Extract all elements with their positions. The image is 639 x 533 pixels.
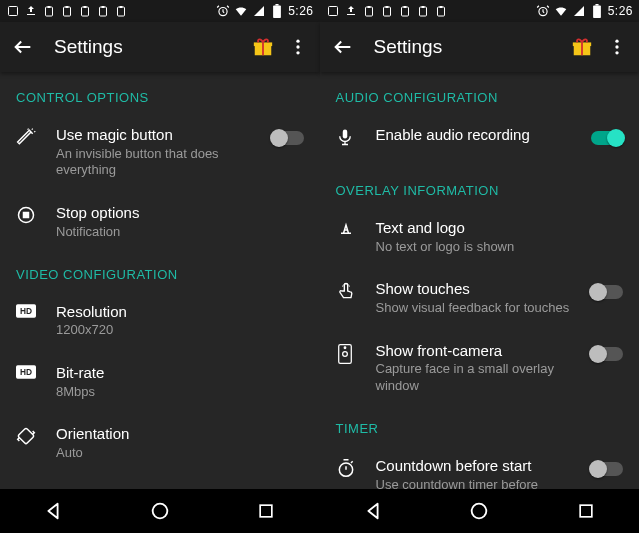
svg-rect-26 xyxy=(18,428,34,444)
stop-icon xyxy=(16,205,36,225)
svg-rect-39 xyxy=(437,7,444,16)
screenshot-icon xyxy=(6,4,20,18)
app-bar: Settings xyxy=(0,22,320,72)
wand-icon xyxy=(16,127,36,147)
row-orientation[interactable]: Orientation Auto xyxy=(0,412,320,473)
toggle-front-camera[interactable] xyxy=(591,347,623,361)
row-countdown[interactable]: Countdown before start Use countdown tim… xyxy=(320,444,640,489)
svg-point-28 xyxy=(152,504,167,519)
status-bar: 5:26 xyxy=(0,0,320,22)
svg-rect-36 xyxy=(403,6,406,8)
gift-button[interactable] xyxy=(252,36,274,58)
gift-button[interactable] xyxy=(571,36,593,58)
svg-rect-34 xyxy=(385,6,388,8)
clipboard-icon xyxy=(434,4,448,18)
overflow-button[interactable] xyxy=(288,37,308,57)
svg-point-54 xyxy=(339,463,352,476)
svg-rect-21 xyxy=(24,213,29,218)
svg-rect-6 xyxy=(84,6,87,8)
row-show-touches[interactable]: Show touches Show visual feedback for to… xyxy=(320,267,640,328)
back-button[interactable] xyxy=(332,36,354,58)
row-title: Resolution xyxy=(56,302,304,322)
svg-rect-42 xyxy=(593,6,601,18)
svg-rect-3 xyxy=(64,7,71,16)
toggle-countdown[interactable] xyxy=(591,462,623,476)
clipboard-icon xyxy=(78,4,92,18)
nav-recent[interactable] xyxy=(556,501,616,521)
hd-icon: HD xyxy=(16,365,36,379)
phone-left: 5:26 Settings CONTROL OPTIONS Use magic … xyxy=(0,0,320,533)
clipboard-icon xyxy=(114,4,128,18)
row-audio-recording[interactable]: Enable audio recording xyxy=(320,113,640,169)
svg-rect-9 xyxy=(118,7,125,16)
row-sub: Use countdown timer before starting reco… xyxy=(376,477,580,489)
row-front-camera[interactable]: Show front-camera Capture face in a smal… xyxy=(320,329,640,407)
clipboard-icon xyxy=(398,4,412,18)
svg-point-49 xyxy=(615,51,618,54)
svg-rect-7 xyxy=(100,7,107,16)
phone-right: 5:26 Settings AUDIO CONFIGURATION Enable… xyxy=(320,0,640,533)
svg-rect-2 xyxy=(48,6,51,8)
nav-home[interactable] xyxy=(449,500,509,522)
toggle-touches[interactable] xyxy=(591,285,623,299)
upload-icon xyxy=(24,4,38,18)
svg-rect-35 xyxy=(401,7,408,16)
row-sub: 1200x720 xyxy=(56,322,304,339)
upload-icon xyxy=(344,4,358,18)
row-resolution[interactable]: HD Resolution 1200x720 xyxy=(0,290,320,351)
toggle-magic-button[interactable] xyxy=(272,131,304,145)
svg-point-47 xyxy=(615,40,618,43)
row-sub: 8Mbps xyxy=(56,384,304,401)
svg-rect-10 xyxy=(120,6,123,8)
section-header: OVERLAY INFORMATION xyxy=(320,169,640,206)
svg-rect-13 xyxy=(276,4,279,6)
svg-point-55 xyxy=(472,504,487,519)
alarm-icon xyxy=(536,4,550,18)
row-title: Stop options xyxy=(56,203,304,223)
touch-icon xyxy=(336,281,356,301)
row-title: Show touches xyxy=(376,279,580,299)
screenshot-icon xyxy=(326,4,340,18)
section-header: CONTROL OPTIONS xyxy=(0,76,320,113)
nav-back[interactable] xyxy=(343,500,403,522)
status-clock: 5:26 xyxy=(288,4,313,18)
svg-rect-29 xyxy=(260,505,272,517)
row-bitrate[interactable]: HD Bit-rate 8Mbps xyxy=(0,351,320,412)
row-title: Show front-camera xyxy=(376,341,580,361)
nav-recent[interactable] xyxy=(236,501,296,521)
battery-icon xyxy=(270,4,284,18)
settings-content-left: CONTROL OPTIONS Use magic button An invi… xyxy=(0,72,320,489)
nav-back[interactable] xyxy=(23,500,83,522)
clipboard-icon xyxy=(362,4,376,18)
row-sub: Auto xyxy=(56,445,304,462)
overflow-button[interactable] xyxy=(607,37,627,57)
svg-point-19 xyxy=(296,51,299,54)
section-header: TIMER xyxy=(320,407,640,444)
svg-rect-5 xyxy=(82,7,89,16)
settings-content-right: AUDIO CONFIGURATION Enable audio recordi… xyxy=(320,72,640,489)
front-camera-icon xyxy=(336,343,354,365)
svg-rect-8 xyxy=(102,6,105,8)
row-title: Use magic button xyxy=(56,125,260,145)
wifi-icon xyxy=(554,4,568,18)
nav-bar xyxy=(320,489,640,533)
row-text-logo[interactable]: Text and logo No text or logo is shown xyxy=(320,206,640,267)
svg-rect-31 xyxy=(365,7,372,16)
svg-rect-12 xyxy=(273,6,281,18)
clipboard-icon xyxy=(416,4,430,18)
status-bar: 5:26 xyxy=(320,0,640,22)
svg-rect-40 xyxy=(439,6,442,8)
svg-text:HD: HD xyxy=(20,367,32,377)
app-bar: Settings xyxy=(320,22,640,72)
clipboard-icon xyxy=(42,4,56,18)
svg-rect-16 xyxy=(262,42,264,55)
row-magic-button[interactable]: Use magic button An invisible button tha… xyxy=(0,113,320,191)
status-clock: 5:26 xyxy=(608,4,633,18)
toggle-audio[interactable] xyxy=(591,131,623,145)
nav-home[interactable] xyxy=(130,500,190,522)
row-stop-options[interactable]: Stop options Notification xyxy=(0,191,320,252)
back-button[interactable] xyxy=(12,36,34,58)
svg-rect-1 xyxy=(46,7,53,16)
svg-rect-56 xyxy=(580,505,592,517)
row-timelapse[interactable]: Time-lapse (video speed) Disable xyxy=(0,474,320,489)
